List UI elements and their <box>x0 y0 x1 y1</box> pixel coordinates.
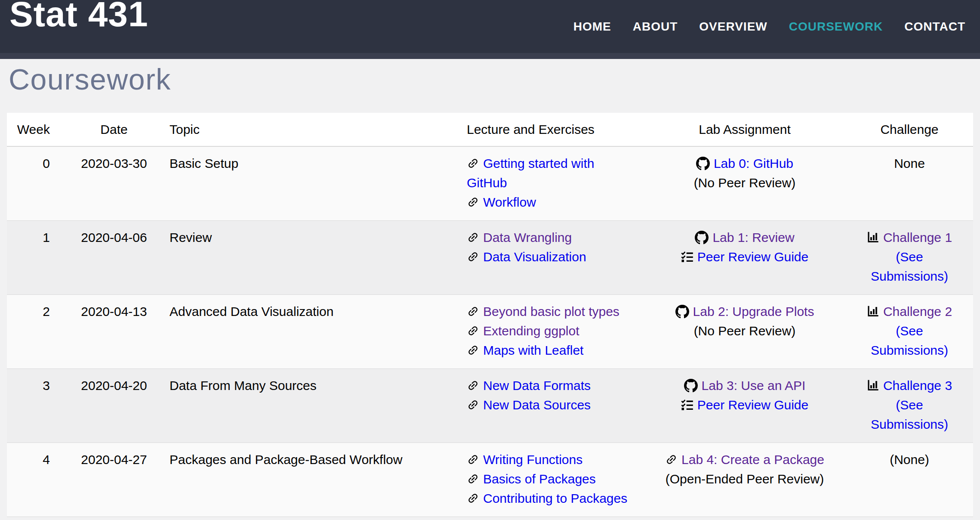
lecture-link[interactable]: Writing Functions <box>483 452 582 467</box>
lecture-link[interactable]: Contributing to Packages <box>483 491 627 505</box>
link-icon <box>467 343 483 357</box>
lab-link[interactable]: Lab 3: Use an API <box>702 378 806 393</box>
lab-assignment-cell: Lab 1: ReviewPeer Review Guide <box>644 220 846 294</box>
lab-line: Lab 3: Use an API <box>650 376 840 395</box>
nav-item-about[interactable]: ABOUT <box>633 20 678 34</box>
lecture-link[interactable]: Workflow <box>483 195 536 209</box>
lectures-cell: New Data FormatsNew Data Sources <box>461 368 644 443</box>
lab-assignment-cell: Lab 0: GitHub(No Peer Review) <box>644 146 846 221</box>
lectures-cell: Data WranglingData Visualization <box>461 220 644 294</box>
lecture-line: Getting started with GitHub <box>467 154 638 192</box>
lecture-line: Maps with Leaflet <box>467 340 638 360</box>
nav-menu: HOMEABOUTOVERVIEWCOURSEWORKCONTACT <box>573 0 965 53</box>
peer-review-note: (No Peer Review) <box>650 173 840 192</box>
lab-link[interactable]: Peer Review Guide <box>697 250 808 264</box>
challenge-link[interactable]: Challenge 1 <box>883 230 952 245</box>
challenge-link[interactable]: Challenge 2 <box>883 304 952 319</box>
challenge-line: Challenge 2 <box>852 302 967 321</box>
lecture-link[interactable]: Extending ggplot <box>483 324 579 338</box>
brand-link[interactable]: Stat 431 <box>9 0 148 53</box>
lab-link[interactable]: Lab 2: Upgrade Plots <box>693 304 814 319</box>
date-cell: 2020-04-13 <box>65 294 163 368</box>
lecture-link[interactable]: New Data Sources <box>483 398 591 412</box>
table-row-week-0: 02020-03-30Basic SetupGetting started wi… <box>7 146 973 221</box>
link-icon <box>467 472 483 486</box>
link-icon <box>467 398 483 412</box>
lectures-cell: Getting started with GitHubWorkflow <box>461 146 644 221</box>
link-icon <box>467 378 483 393</box>
lecture-link[interactable]: Data Wrangling <box>483 230 572 245</box>
lecture-link[interactable]: Beyond basic plot types <box>483 304 619 319</box>
nav-item-overview[interactable]: OVERVIEW <box>699 20 767 34</box>
lab-link[interactable]: Peer Review Guide <box>697 398 808 412</box>
date-cell: 2020-03-30 <box>65 146 163 221</box>
nav-item-contact[interactable]: CONTACT <box>904 20 965 34</box>
lecture-link[interactable]: Basics of Packages <box>483 472 596 486</box>
link-icon <box>467 230 483 245</box>
table-row-week-4: 42020-04-27Packages and Package-Based Wo… <box>7 443 973 517</box>
topic-cell: Advanced Data Visualization <box>163 294 461 368</box>
challenge-note: None <box>852 154 967 173</box>
lab-link[interactable]: Lab 0: GitHub <box>714 156 793 170</box>
link-icon <box>467 250 483 264</box>
poll-icon <box>867 378 883 393</box>
lecture-line: Contributing to Packages <box>467 489 638 508</box>
lecture-line: Data Wrangling <box>467 228 638 247</box>
lab-line: Peer Review Guide <box>650 247 840 266</box>
lecture-link[interactable]: Getting started with GitHub <box>467 156 594 190</box>
table-row-week-1: 12020-04-06ReviewData WranglingData Visu… <box>7 220 973 294</box>
github-icon <box>675 304 693 319</box>
nav-item-home[interactable]: HOME <box>573 20 611 34</box>
link-icon <box>467 195 483 209</box>
lab-line: Lab 1: Review <box>650 228 840 247</box>
link-icon <box>665 452 681 467</box>
peer-review-note: (No Peer Review) <box>650 321 840 340</box>
link-icon <box>467 491 483 505</box>
lecture-link[interactable]: New Data Formats <box>483 378 591 393</box>
topic-cell: Packages and Package-Based Workflow <box>163 443 461 517</box>
table-body: 02020-03-30Basic SetupGetting started wi… <box>7 146 973 517</box>
poll-icon <box>867 230 883 245</box>
lab-assignment-cell: Lab 2: Upgrade Plots(No Peer Review) <box>644 294 846 368</box>
nav-item-coursework[interactable]: COURSEWORK <box>789 20 883 34</box>
lab-line: Lab 0: GitHub <box>650 154 840 173</box>
lab-link[interactable]: Lab 4: Create a Package <box>681 452 824 467</box>
topic-cell: Data From Many Sources <box>163 368 461 443</box>
column-header-topic: Topic <box>163 113 461 146</box>
lab-assignment-cell: Lab 4: Create a Package(Open-Ended Peer … <box>644 443 846 517</box>
lab-line: Lab 2: Upgrade Plots <box>650 302 840 321</box>
week-cell: 3 <box>7 368 65 443</box>
navbar: Stat 431 HOMEABOUTOVERVIEWCOURSEWORKCONT… <box>0 0 980 53</box>
see-submissions-link[interactable]: (See Submissions) <box>866 247 952 286</box>
github-icon <box>695 230 712 245</box>
lectures-cell: Beyond basic plot typesExtending ggplotM… <box>461 294 644 368</box>
week-cell: 0 <box>7 146 65 221</box>
challenge-cell: None <box>846 146 973 221</box>
week-cell: 4 <box>7 443 65 517</box>
lecture-link[interactable]: Data Visualization <box>483 250 586 264</box>
challenge-line: Challenge 3 <box>852 376 967 395</box>
challenge-cell: Challenge 3(See Submissions) <box>846 368 973 443</box>
challenge-link[interactable]: Challenge 3 <box>883 378 952 393</box>
week-cell: 1 <box>7 220 65 294</box>
topic-cell: Review <box>163 220 461 294</box>
see-submissions-link[interactable]: (See Submissions) <box>866 395 952 434</box>
tasks-icon <box>681 250 697 264</box>
link-icon <box>467 452 483 467</box>
lab-link[interactable]: Lab 1: Review <box>712 230 794 245</box>
challenge-cell: Challenge 2(See Submissions) <box>846 294 973 368</box>
table-row-week-3: 32020-04-20Data From Many SourcesNew Dat… <box>7 368 973 443</box>
challenge-note: (None) <box>852 450 967 469</box>
lecture-link[interactable]: Maps with Leaflet <box>483 343 583 357</box>
github-icon <box>684 378 702 393</box>
date-cell: 2020-04-06 <box>65 220 163 294</box>
table-row-week-2: 22020-04-13Advanced Data VisualizationBe… <box>7 294 973 368</box>
lecture-line: Data Visualization <box>467 247 638 266</box>
lecture-line: Writing Functions <box>467 450 638 469</box>
peer-review-note: (Open-Ended Peer Review) <box>650 469 840 489</box>
see-submissions-link[interactable]: (See Submissions) <box>866 321 952 360</box>
lectures-cell: Writing FunctionsBasics of PackagesContr… <box>461 443 644 517</box>
topic-cell: Basic Setup <box>163 146 461 221</box>
link-icon <box>467 304 483 319</box>
challenge-cell: Challenge 1(See Submissions) <box>846 220 973 294</box>
